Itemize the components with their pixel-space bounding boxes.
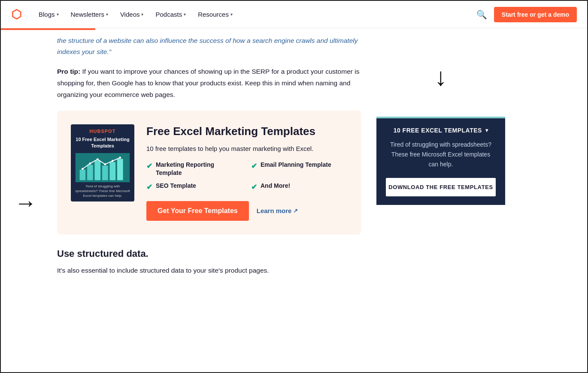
svg-rect-4 (102, 165, 108, 180)
book-cover: HUBSPOT 10 Free Excel Marketing Template… (71, 124, 134, 202)
italic-quote: the structure of a website can also infl… (57, 35, 361, 58)
chevron-icon-blogs: ▾ (57, 12, 59, 17)
nav-item-videos[interactable]: Videos ▾ (115, 7, 149, 21)
check-icon-1: ✔ (251, 161, 257, 171)
cta-box: HUBSPOT 10 Free Excel Marketing Template… (57, 111, 361, 234)
pro-tip-block: Pro tip: If you want to improve your cha… (57, 66, 361, 100)
svg-rect-2 (87, 165, 93, 180)
section-heading: Use structured data. (57, 248, 361, 259)
right-panel: ↓ 10 FREE EXCEL TEMPLATES ▾ Tired of str… (368, 30, 514, 373)
sticky-widget: 10 FREE EXCEL TEMPLATES ▾ Tired of strug… (376, 117, 505, 205)
check-item-1: ✔ Email Planning Template (251, 161, 346, 177)
pro-tip-body: If you want to improve your chances of s… (57, 68, 359, 98)
search-icon[interactable]: 🔍 (476, 9, 487, 20)
right-arrow-icon: → (15, 192, 37, 214)
nav-label-resources: Resources (198, 11, 229, 18)
cta-actions: Get Your Free Templates Learn more ↗ (146, 201, 346, 221)
check-label-2: SEO Template (156, 182, 196, 190)
svg-point-10 (104, 163, 106, 165)
nav-label-podcasts: Podcasts (155, 11, 182, 18)
cta-subtext: 10 free templates to help you master mar… (146, 144, 346, 154)
section-body: It's also essential to include structure… (57, 265, 361, 276)
book-cover-graphic (74, 153, 131, 182)
nav-label-videos: Videos (120, 11, 140, 18)
main-content: → the structure of a website can also in… (1, 30, 587, 373)
check-item-2: ✔ SEO Template (146, 182, 241, 193)
learn-more-link[interactable]: Learn more ↗ (257, 207, 298, 214)
svg-rect-5 (110, 162, 116, 180)
check-item-3: ✔ And More! (251, 182, 346, 193)
checklist: ✔ Marketing Reporting Template ✔ Email P… (146, 161, 346, 193)
hubspot-logo[interactable]: ⬡ (11, 7, 21, 21)
check-label-1: Email Planning Template (261, 161, 331, 169)
chevron-icon-newsletters: ▾ (106, 12, 108, 17)
svg-point-11 (112, 160, 114, 162)
book-cover-subtitle: Tired of struggling with spreadsheets? T… (74, 184, 131, 199)
external-link-icon: ↗ (293, 208, 298, 214)
chevron-icon-podcasts: ▾ (184, 12, 186, 17)
widget-title-text: 10 FREE EXCEL TEMPLATES (394, 127, 482, 134)
check-label-0: Marketing Reporting Template (156, 161, 241, 177)
nav-item-blogs[interactable]: Blogs ▾ (33, 7, 64, 21)
nav-item-newsletters[interactable]: Newsletters ▾ (66, 7, 113, 21)
svg-point-9 (97, 158, 99, 160)
nav-right: 🔍 Start free or get a demo (476, 7, 577, 22)
nav-items: Blogs ▾ Newsletters ▾ Videos ▾ Podcasts … (33, 7, 476, 21)
svg-rect-1 (80, 170, 86, 180)
check-icon-2: ✔ (146, 182, 152, 193)
nav-label-newsletters: Newsletters (71, 11, 104, 18)
pro-tip-label: Pro tip: (57, 68, 80, 75)
chevron-icon-resources: ▾ (230, 12, 233, 17)
navbar: ⬡ Blogs ▾ Newsletters ▾ Videos ▾ Podcast… (1, 1, 587, 28)
nav-item-resources[interactable]: Resources ▾ (193, 7, 238, 21)
left-arrow-area: → (1, 30, 50, 373)
svg-point-8 (89, 162, 91, 165)
book-cover-logo: HUBSPOT (90, 129, 116, 134)
cta-heading: Free Excel Marketing Templates (146, 124, 346, 138)
chevron-icon-videos: ▾ (141, 12, 143, 17)
start-free-button[interactable]: Start free or get a demo (494, 7, 577, 22)
article-area: the structure of a website can also infl… (50, 30, 368, 373)
nav-item-podcasts[interactable]: Podcasts ▾ (150, 7, 191, 21)
check-icon-0: ✔ (146, 161, 152, 171)
learn-more-text: Learn more (257, 207, 292, 214)
nav-label-blogs: Blogs (39, 11, 55, 18)
get-templates-button[interactable]: Get Your Free Templates (146, 201, 249, 221)
svg-rect-6 (117, 159, 123, 180)
download-templates-button[interactable]: DOWNLOAD THE FREE TEMPLATES (386, 178, 496, 196)
cta-content: Free Excel Marketing Templates 10 free t… (146, 124, 346, 220)
svg-rect-3 (95, 160, 101, 180)
check-icon-3: ✔ (251, 182, 257, 193)
book-cover-title: 10 Free Excel Marketing Templates (74, 136, 131, 150)
widget-title: 10 FREE EXCEL TEMPLATES ▾ (386, 127, 496, 134)
check-item-0: ✔ Marketing Reporting Template (146, 161, 241, 177)
down-arrow-icon: ↓ (435, 64, 447, 89)
svg-point-7 (82, 168, 84, 170)
svg-point-12 (119, 156, 121, 159)
chevron-down-icon: ▾ (485, 127, 488, 133)
widget-body: Tired of struggling with spreadsheets? T… (386, 140, 496, 169)
check-label-3: And More! (261, 182, 290, 190)
